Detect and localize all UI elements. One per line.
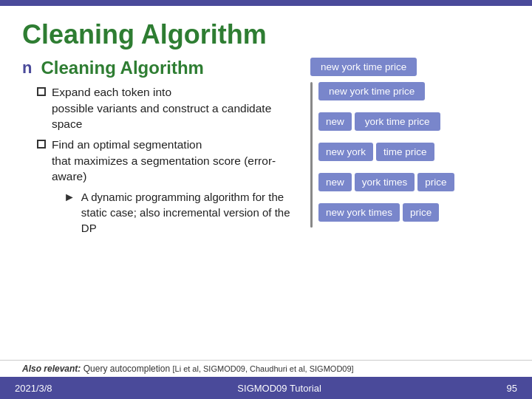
citation: [Li et al, SIGMOD09, Chaudhuri et al, SI… bbox=[172, 364, 353, 373]
footer-page-num: 95 bbox=[507, 383, 517, 394]
footer-also-bar: Also relevant: Query autocompletion [Li … bbox=[0, 360, 532, 377]
n-bullet: n bbox=[22, 58, 32, 78]
footer-conference: SIGMOD09 Tutorial bbox=[237, 383, 321, 394]
token-row-4: new york times price bbox=[318, 173, 510, 191]
token-box-1: new york time price bbox=[318, 82, 425, 100]
token-box-2a: new bbox=[318, 112, 352, 131]
token-row-3: new york time price bbox=[318, 143, 510, 161]
token-box-4a: new bbox=[318, 173, 352, 191]
footer-bar: 2021/3/8 SIGMOD09 Tutorial 95 bbox=[0, 377, 532, 399]
token-row-1: new york time price bbox=[318, 82, 510, 100]
token-row-5: new york times price bbox=[318, 203, 510, 222]
bullet2-text: Find an optimal segmentation that maximi… bbox=[52, 137, 296, 185]
right-column: new york time price new york time price … bbox=[310, 58, 510, 240]
token-row-2: new york time price bbox=[318, 112, 510, 131]
bullet1-text: Expand each token into possible variants… bbox=[52, 84, 296, 132]
bullet-item-1: Expand each token into possible variants… bbox=[37, 84, 296, 132]
sub-bullet-1: ► A dynamic programming algorithm for th… bbox=[64, 189, 296, 236]
token-box-3b: time price bbox=[376, 143, 434, 161]
page-title: Cleaning Algorithm bbox=[0, 6, 532, 58]
top-bar bbox=[0, 0, 532, 6]
token-rows-group: new york time price new york time price … bbox=[310, 82, 510, 228]
bullet-list: Expand each token into possible variants… bbox=[37, 84, 296, 236]
bullet-square-1 bbox=[37, 87, 46, 96]
section-heading-text: Cleaning Algorithm bbox=[41, 58, 203, 78]
token-box-5a: new york times bbox=[318, 203, 400, 222]
token-box-4b: york times bbox=[355, 173, 415, 191]
token-rows: new york time price new york time price … bbox=[318, 82, 510, 228]
token-box-4c: price bbox=[417, 173, 454, 191]
token-box-2b: york time price bbox=[355, 112, 440, 131]
token-box-full-0: new york time price bbox=[310, 58, 417, 76]
token-row-0: new york time price bbox=[310, 58, 510, 76]
left-column: n Cleaning Algorithm Expand each token i… bbox=[22, 58, 296, 240]
token-box-3a: new york bbox=[318, 143, 373, 161]
vertical-divider bbox=[310, 82, 313, 228]
section-heading: n Cleaning Algorithm bbox=[22, 58, 296, 78]
main-content: n Cleaning Algorithm Expand each token i… bbox=[0, 58, 532, 240]
bullet-item-2: Find an optimal segmentation that maximi… bbox=[37, 137, 296, 185]
footer-date: 2021/3/8 bbox=[15, 383, 52, 394]
sub-bullet-text: A dynamic programming algorithm for the … bbox=[81, 189, 296, 236]
bullet-square-2 bbox=[37, 140, 46, 149]
also-label: Also relevant: Query autocompletion [Li … bbox=[22, 364, 354, 374]
token-box-5b: price bbox=[403, 203, 439, 222]
arrow-icon: ► bbox=[64, 189, 75, 205]
